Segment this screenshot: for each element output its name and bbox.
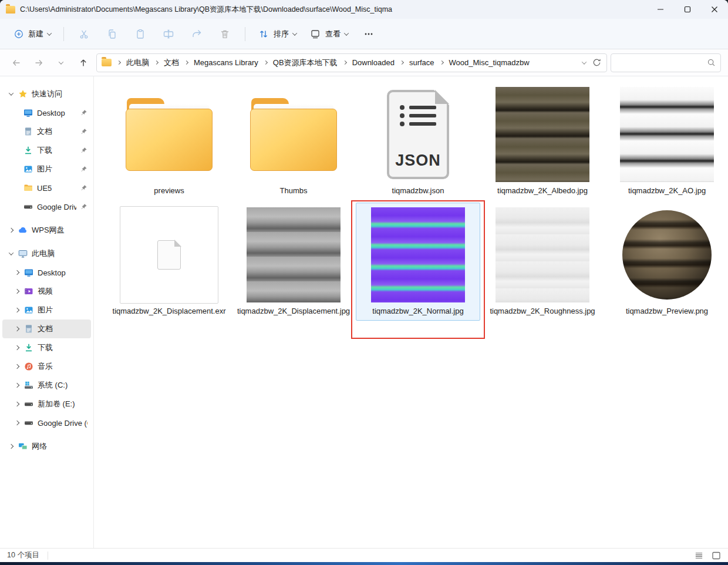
rename-button[interactable] xyxy=(156,24,181,44)
recent-locations-button[interactable] xyxy=(52,53,70,72)
videos-icon xyxy=(24,287,33,296)
sidebar-item-pc-music[interactable]: 音乐 xyxy=(2,357,91,376)
view-button-label: 查看 xyxy=(325,29,341,39)
file-item-ao[interactable]: tiqmadzbw_2K_AO.jpg xyxy=(605,82,728,200)
breadcrumb-separator-icon xyxy=(184,60,188,65)
address-row: 此电脑 文档 Megascans Library QB资源库本地下载 Downl… xyxy=(0,49,728,76)
file-item-displacement-exr[interactable]: tiqmadzbw_2K_Displacement.exr xyxy=(107,203,231,321)
sidebar-item-pc-downloads[interactable]: 下载 xyxy=(2,338,91,357)
sidebar-item-google-drive-pinned[interactable]: Google Drive ( xyxy=(2,197,91,216)
file-item-albedo[interactable]: tiqmadzbw_2K_Albedo.jpg xyxy=(480,82,605,200)
sidebar-section-this-pc[interactable]: 此电脑 xyxy=(2,244,91,263)
file-item-previews[interactable]: previews xyxy=(107,82,231,200)
breadcrumb-surface[interactable]: surface xyxy=(406,56,438,69)
sidebar-item-pc-videos[interactable]: 视频 xyxy=(2,282,91,301)
chevron-right-icon xyxy=(15,383,19,388)
close-icon xyxy=(711,6,718,13)
json-file-icon: JSON xyxy=(387,90,449,179)
sidebar-item-pc-pictures[interactable]: 图片 xyxy=(2,301,91,320)
sidebar-label: 快速访问 xyxy=(32,89,62,99)
breadcrumb-documents[interactable]: 文档 xyxy=(160,56,183,70)
chevron-right-icon xyxy=(15,327,19,331)
file-item-preview[interactable]: tiqmadzbw_Preview.png xyxy=(605,203,728,321)
sidebar-section-wps-cloud[interactable]: WPS网盘 xyxy=(2,221,91,240)
command-toolbar: 新建 排序 查看 xyxy=(0,19,728,49)
navigation-pane: 快速访问 Desktop 文档 下载 图片 xyxy=(0,76,94,548)
address-dropdown-icon[interactable] xyxy=(582,59,587,64)
pin-icon xyxy=(80,128,87,135)
search-box[interactable] xyxy=(611,53,721,72)
minimize-button[interactable] xyxy=(647,0,674,19)
details-view-icon[interactable] xyxy=(695,551,703,560)
sidebar-label: WPS网盘 xyxy=(32,225,65,236)
normal-map-thumbnail xyxy=(371,207,465,302)
sidebar-item-pictures-pinned[interactable]: 图片 xyxy=(2,160,91,179)
sidebar-label: UE5 xyxy=(37,184,52,193)
document-icon xyxy=(24,324,33,334)
chevron-down-icon xyxy=(344,31,349,35)
copy-button[interactable] xyxy=(99,24,125,44)
sidebar-label: 下载 xyxy=(37,145,52,156)
star-icon xyxy=(18,89,28,99)
chevron-right-icon xyxy=(15,345,19,350)
sidebar-section-quick-access[interactable]: 快速访问 xyxy=(2,85,91,103)
sidebar-item-documents-pinned[interactable]: 文档 xyxy=(2,122,91,141)
sidebar-item-downloads-pinned[interactable]: 下载 xyxy=(2,141,91,160)
sidebar-item-pc-new-volume-e[interactable]: 新加卷 (E:) xyxy=(2,395,91,413)
status-divider xyxy=(48,551,48,560)
breadcrumb-current-folder[interactable]: Wood_Misc_tiqmadzbw xyxy=(446,56,533,69)
file-item-thumbs[interactable]: Thumbs xyxy=(231,82,356,200)
sort-button[interactable]: 排序 xyxy=(252,24,302,44)
new-button[interactable]: 新建 xyxy=(8,25,56,43)
file-item-roughness[interactable]: tiqmadzbw_2K_Roughness.jpg xyxy=(480,203,605,321)
item-count: 10 个项目 xyxy=(7,550,39,560)
refresh-icon[interactable] xyxy=(592,58,602,68)
sidebar-item-pc-system-c[interactable]: 系统 (C:) xyxy=(2,376,91,395)
file-item-displacement-jpg[interactable]: tiqmadzbw_2K_Displacement.jpg xyxy=(231,203,356,321)
back-button[interactable] xyxy=(7,53,26,72)
maximize-button[interactable] xyxy=(674,0,701,19)
search-input[interactable] xyxy=(616,58,707,67)
file-name: Thumbs xyxy=(280,186,308,196)
status-bar: 10 个项目 xyxy=(0,548,728,562)
breadcrumb-downloaded[interactable]: Downloaded xyxy=(349,56,398,69)
pin-icon xyxy=(80,203,87,210)
delete-button[interactable] xyxy=(212,24,238,44)
sidebar-item-ue5-pinned[interactable]: UE5 xyxy=(2,179,91,197)
breadcrumb-this-pc[interactable]: 此电脑 xyxy=(123,56,153,70)
plus-circle-icon xyxy=(14,29,24,39)
chevron-right-icon xyxy=(15,289,19,294)
chevron-down-icon xyxy=(9,90,14,95)
back-arrow-icon xyxy=(11,58,22,68)
cut-button[interactable] xyxy=(71,24,97,44)
sidebar-label: 系统 (C:) xyxy=(38,380,68,391)
file-item-json[interactable]: JSON tiqmadzbw.json xyxy=(356,82,480,200)
ao-texture-thumbnail xyxy=(620,87,714,182)
more-options-button[interactable] xyxy=(356,24,382,44)
file-list-area: previews Thumbs xyxy=(94,76,728,548)
large-icons-view-icon[interactable] xyxy=(712,551,721,560)
sidebar-label: 文档 xyxy=(37,126,52,137)
view-icon xyxy=(309,28,321,40)
sidebar-item-desktop-pinned[interactable]: Desktop xyxy=(2,103,91,122)
file-item-normal-selected[interactable]: tiqmadzbw_2K_Normal.jpg xyxy=(356,203,480,321)
close-button[interactable] xyxy=(701,0,728,19)
roughness-texture-thumbnail xyxy=(496,207,589,302)
paste-button[interactable] xyxy=(127,24,153,44)
sidebar-section-network[interactable]: 网络 xyxy=(2,437,91,456)
breadcrumb-qb-download[interactable]: QB资源库本地下载 xyxy=(269,56,341,70)
file-name: tiqmadzbw_Preview.png xyxy=(626,307,708,317)
sidebar-item-pc-google-drive-g[interactable]: Google Drive (G:) xyxy=(2,413,91,432)
view-button[interactable]: 查看 xyxy=(304,24,353,44)
sidebar-item-pc-desktop[interactable]: Desktop xyxy=(2,263,91,282)
preview-render-thumbnail xyxy=(620,206,714,303)
breadcrumb-megascans-library[interactable]: Megascans Library xyxy=(190,56,262,69)
file-name: tiqmadzbw_2K_Roughness.jpg xyxy=(490,307,595,317)
file-name: tiqmadzbw.json xyxy=(392,186,444,196)
up-button[interactable] xyxy=(74,53,93,72)
share-button[interactable] xyxy=(184,24,210,44)
sidebar-item-pc-documents[interactable]: 文档 xyxy=(2,320,91,338)
address-bar[interactable]: 此电脑 文档 Megascans Library QB资源库本地下载 Downl… xyxy=(96,53,607,72)
forward-button[interactable] xyxy=(29,53,48,72)
sidebar-label: 视频 xyxy=(38,286,53,297)
